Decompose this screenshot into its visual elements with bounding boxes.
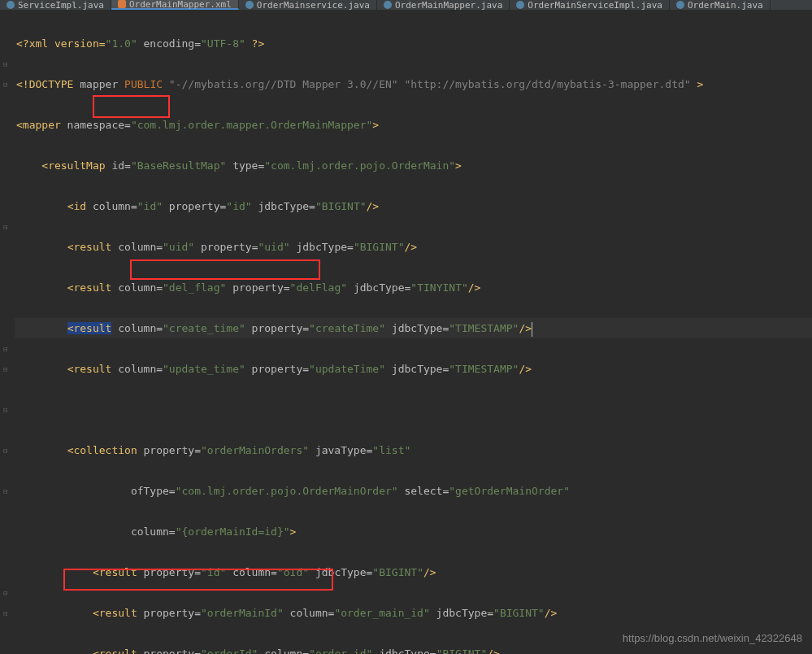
fold-icon[interactable]: ⊟: [3, 609, 11, 617]
code-line: column="{orderMainId=id}">: [15, 521, 812, 542]
fold-icon[interactable]: ⊟: [3, 589, 11, 597]
tab-ordermainmapper-java[interactable]: OrderMainMapper.java: [377, 0, 510, 10]
fold-icon[interactable]: ⊟: [3, 487, 11, 495]
watermark: https://blog.csdn.net/weixin_42322648: [623, 632, 802, 644]
fold-icon[interactable]: ⊟: [3, 223, 11, 231]
tab-ordermainservice[interactable]: OrderMainservice.java: [239, 0, 377, 10]
code-line: <!DOCTYPE mapper PUBLIC "-//mybatis.org/…: [15, 74, 812, 94]
fold-icon[interactable]: ⊟: [3, 406, 11, 414]
fold-icon[interactable]: ⊟: [3, 447, 11, 455]
java-icon: [384, 1, 392, 9]
annotation-box-2: [130, 259, 320, 280]
code-line: <result column="del_flag" property="delF…: [15, 277, 812, 298]
fold-icon[interactable]: ⊟: [3, 81, 11, 89]
annotation-box-1: [93, 95, 170, 118]
xml-icon: [118, 0, 126, 8]
tab-serviceimpl[interactable]: ServiceImpl.java: [0, 0, 111, 10]
editor-tabs: ServiceImpl.java OrderMainMapper.xml Ord…: [0, 0, 812, 10]
fold-icon[interactable]: ⊟: [3, 60, 11, 68]
code-line: <resultMap id="BaseResultMap" type="com.…: [15, 155, 812, 176]
tab-ordermainmapper-xml[interactable]: OrderMainMapper.xml: [111, 0, 239, 10]
code-editor[interactable]: ⊟ ⊟ ⊟ ⊟ ⊟ ⊟ ⊟ ⊟ ⊟ ⊟ <?xml version="1.0" …: [0, 10, 812, 654]
code-line: <id column="id" property="id" jdbcType="…: [15, 196, 812, 216]
tab-ordermain[interactable]: OrderMain.java: [670, 0, 771, 10]
java-icon: [516, 1, 524, 9]
text-cursor: [532, 322, 532, 337]
code-line: ofType="com.lmj.order.pojo.OrderMainOrde…: [15, 481, 812, 501]
code-line: <result column="update_time" property="u…: [15, 359, 812, 379]
code-line-active: <result column="create_time" property="c…: [15, 318, 812, 338]
code-line: [15, 399, 812, 420]
tab-ordermainserviceimpl[interactable]: OrderMainServiceImpl.java: [510, 0, 670, 10]
code-line: <result column="uid" property="uid" jdbc…: [15, 237, 812, 257]
java-icon: [245, 1, 254, 9]
java-icon: [7, 1, 15, 9]
code-line: <result property="orderMainId" column="o…: [15, 603, 812, 623]
annotation-box-3: [63, 569, 333, 591]
fold-icon[interactable]: ⊟: [3, 345, 11, 353]
code-line: <collection property="orderMainOrders" j…: [15, 440, 812, 460]
code-line: <?xml version="1.0" encoding="UTF-8" ?>: [15, 33, 812, 54]
java-icon: [676, 1, 684, 9]
code-line: <result property="orderId" column="order…: [15, 643, 812, 654]
gutter: ⊟ ⊟ ⊟ ⊟ ⊟ ⊟ ⊟ ⊟ ⊟ ⊟: [0, 10, 15, 654]
fold-icon[interactable]: ⊟: [3, 365, 11, 373]
